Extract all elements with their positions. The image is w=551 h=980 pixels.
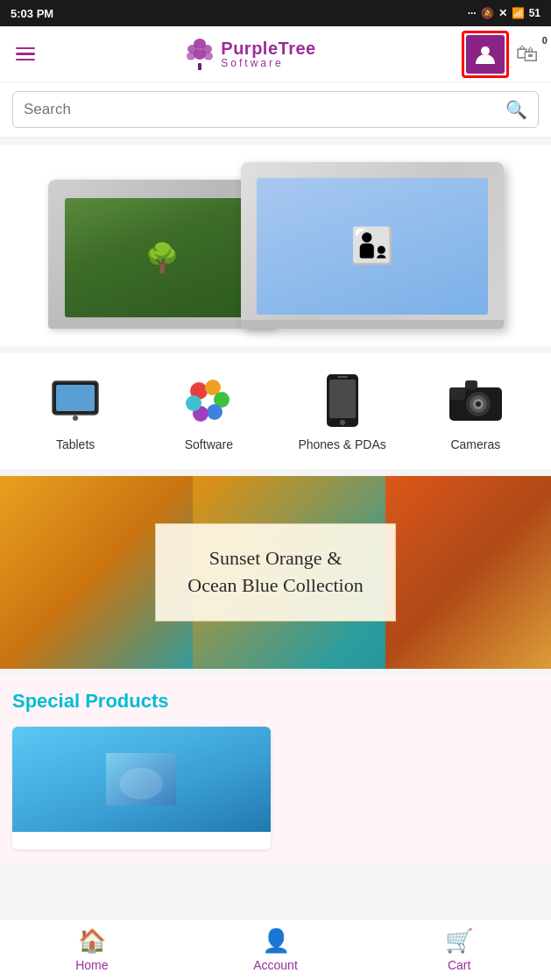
category-software[interactable]: Software: [142, 371, 275, 451]
tablet-icon: [49, 374, 102, 427]
hamburger-menu[interactable]: [12, 44, 39, 65]
cart-nav-icon: 🛒: [445, 927, 473, 955]
collection-title: Sunset Orange &Ocean Blue Collection: [187, 545, 363, 600]
svg-rect-27: [465, 380, 477, 389]
category-cameras[interactable]: Cameras: [409, 371, 542, 451]
bottom-nav: 🏠 Home 👤 Account 🛒 Cart: [0, 919, 551, 980]
search-input-wrap: 🔍: [12, 91, 539, 128]
status-time: 5:03 PM: [11, 7, 53, 20]
cart-count: 0: [542, 35, 547, 46]
nav-home[interactable]: 🏠 Home: [0, 920, 184, 980]
home-icon: 🏠: [78, 927, 106, 955]
logo: PurpleTree Software: [184, 37, 315, 72]
product-card-img-1: [12, 727, 271, 832]
header: PurpleTree Software 0 🛍: [0, 26, 551, 82]
account-button-wrapper: [462, 31, 509, 78]
svg-point-16: [186, 395, 201, 411]
home-label: Home: [75, 958, 108, 972]
camera-icon: [448, 377, 504, 424]
cameras-label: Cameras: [450, 437, 500, 451]
svg-rect-22: [449, 387, 465, 400]
products-grid: [12, 727, 539, 849]
status-icons: ··· 🔕 ✕ 📶 51: [468, 7, 540, 19]
nav-cart[interactable]: 🛒 Cart: [367, 920, 551, 980]
laptop-front-screen: 👨‍👦: [257, 178, 488, 315]
phone-icon: [323, 373, 362, 429]
collection-banner: Sunset Orange &Ocean Blue Collection: [0, 476, 551, 669]
cart-area: 0 🛍: [516, 40, 539, 67]
person-icon: [474, 43, 497, 66]
svg-point-10: [73, 415, 78, 421]
svg-point-29: [119, 768, 163, 799]
logo-sub: Software: [221, 58, 315, 69]
account-button[interactable]: [466, 35, 505, 74]
logo-name: PurpleTree: [221, 39, 315, 58]
svg-point-26: [476, 401, 481, 407]
svg-rect-18: [329, 380, 356, 418]
search-button[interactable]: 🔍: [505, 99, 527, 120]
svg-point-19: [340, 420, 345, 425]
svg-point-7: [481, 46, 490, 55]
categories-row: Tablets Software Phones & PDAs: [0, 353, 551, 469]
software-icon: [181, 373, 236, 428]
laptop-back-screen: 🌳: [65, 198, 258, 317]
svg-point-5: [194, 49, 206, 60]
special-products-section: Special Products: [0, 676, 551, 863]
status-bar: 5:03 PM ··· 🔕 ✕ 📶 51: [0, 0, 551, 26]
category-tablets[interactable]: Tablets: [9, 371, 142, 451]
software-label: Software: [185, 437, 233, 451]
svg-rect-6: [198, 63, 201, 70]
search-bar: 🔍: [0, 82, 551, 138]
product-card-1[interactable]: [12, 727, 271, 849]
category-phones[interactable]: Phones & PDAs: [276, 371, 409, 451]
nav-account[interactable]: 👤 Account: [184, 920, 368, 980]
laptop-front: 👨‍👦: [241, 162, 504, 329]
svg-rect-9: [56, 385, 95, 411]
product-card-placeholder: [281, 727, 540, 849]
tree-icon: [184, 37, 215, 72]
svg-rect-20: [337, 376, 348, 378]
cart-label: Cart: [448, 958, 470, 972]
phones-label: Phones & PDAs: [298, 437, 385, 451]
search-input[interactable]: [24, 101, 505, 118]
collection-text-box: Sunset Orange &Ocean Blue Collection: [155, 523, 395, 621]
account-nav-icon: 👤: [262, 927, 290, 955]
tablets-label: Tablets: [56, 437, 95, 451]
laptops-image: 🌳 👨‍👦: [18, 162, 533, 329]
account-label: Account: [253, 958, 298, 972]
logo-text: PurpleTree Software: [221, 39, 315, 69]
special-products-title: Special Products: [12, 690, 539, 713]
cart-icon[interactable]: 🛍: [516, 40, 539, 67]
svg-point-14: [207, 404, 223, 420]
hero-banner: 🌳 👨‍👦: [0, 145, 551, 346]
header-actions: 0 🛍: [462, 31, 539, 78]
